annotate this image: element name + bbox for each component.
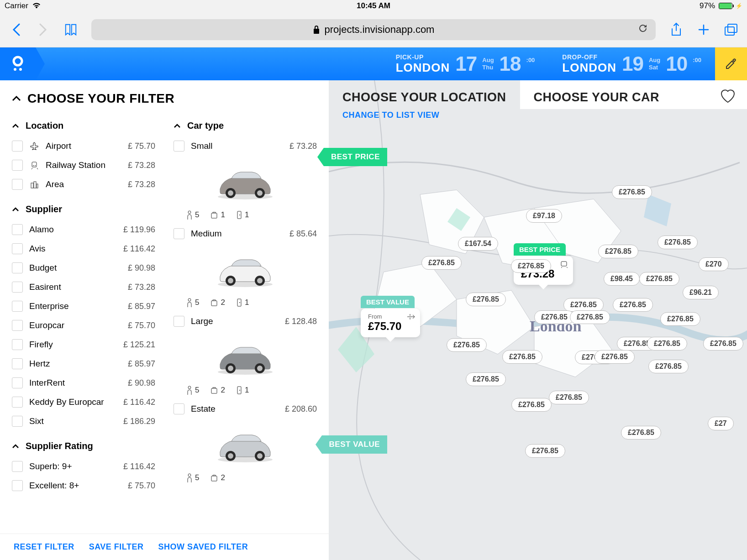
map-price-pin[interactable]: £276.85 [466,293,506,306]
section-supplier[interactable]: Supplier [12,204,155,215]
app-logo[interactable] [0,47,36,80]
charging-icon: ⚡ [736,3,742,9]
map-price-pin[interactable]: £276.85 [594,350,635,364]
section-cartype[interactable]: Car type [174,120,317,131]
checkbox[interactable] [174,403,184,414]
map-price-pin[interactable]: £276.85 [658,236,698,249]
filter-row-supplier[interactable]: Hertz£ 85.97 [12,354,155,373]
refresh-button[interactable] [637,23,648,37]
cartype-card[interactable]: Large£ 128.48 52 1 [174,312,317,399]
map-price-pin[interactable]: £276.85 [639,272,679,286]
map-price-pin[interactable]: £97.18 [526,209,562,223]
list-view-toggle[interactable]: CHANGE TO LIST VIEW [342,110,439,120]
filter-row-supplier[interactable]: Sixt£ 186.29 [12,412,155,431]
filter-row-supplier[interactable]: Budget£ 90.98 [12,258,155,277]
map-price-pin[interactable]: £276.85 [511,259,551,273]
filter-row-location[interactable]: Area£ 73.28 [12,175,155,194]
map-price-pin[interactable]: £276.85 [447,338,487,352]
filter-row-supplier[interactable]: InterRent£ 90.98 [12,373,155,393]
map-price-pin[interactable]: £270 [699,257,729,271]
checkbox[interactable] [12,243,23,254]
map-price-pin[interactable]: £98.45 [604,272,640,286]
map-price-pin[interactable]: £167.54 [458,237,498,251]
bookmarks-button[interactable] [64,23,78,37]
filter-row-location[interactable]: Airport£ 75.70 [12,136,155,156]
new-tab-button[interactable] [697,23,710,37]
filter-row-supplier[interactable]: Alamo£ 119.96 [12,220,155,239]
filter-label: Hertz [29,359,121,369]
filter-row-rating[interactable]: Superb: 9+£ 116.42 [12,457,155,476]
map-price-pin[interactable]: £276.85 [598,245,638,258]
map-pin-best-value[interactable]: BEST VALUE From £75.70 [361,309,420,337]
cartype-card[interactable]: Medium£ 85.64 52 1 [174,224,317,312]
map-price-pin[interactable]: £276.85 [621,426,661,440]
filter-row-supplier[interactable]: Keddy By Europcar£ 116.42 [12,393,155,412]
tab-choose-location[interactable]: CHOOSE YOUR LOCATION [329,80,520,109]
map-price-pin[interactable]: £276.85 [648,360,689,373]
map-price-pin[interactable]: £276.85 [660,312,700,326]
checkbox[interactable] [174,316,184,327]
filter-row-supplier[interactable]: Firefly£ 125.21 [12,335,155,354]
filter-label: Area [46,179,121,189]
map-area[interactable]: CHOOSE YOUR LOCATION CHOOSE YOUR CAR CHA… [329,80,747,560]
tabs-button[interactable] [724,23,738,37]
filter-header[interactable]: CHOOSE YOUR FILTER [0,80,329,110]
share-button[interactable] [669,23,683,37]
checkbox[interactable] [174,141,184,152]
filter-row-supplier[interactable]: Avis£ 116.42 [12,239,155,258]
map-price-pin[interactable]: £276.85 [647,337,687,351]
checkbox[interactable] [12,179,23,190]
checkbox[interactable] [12,339,23,350]
checkbox[interactable] [12,301,23,312]
save-filter-button[interactable]: SAVE FILTER [89,542,144,552]
back-button[interactable] [9,23,23,37]
map-price-pin[interactable]: £276.85 [466,372,506,386]
filter-row-supplier[interactable]: Enterprise£ 85.97 [12,297,155,316]
map-price-pin[interactable]: £276.85 [525,444,565,458]
checkbox[interactable] [12,141,23,152]
svg-point-31 [228,366,233,371]
show-saved-filter-button[interactable]: SHOW SAVED FILTER [158,542,248,552]
map-price-pin[interactable]: £276.85 [613,298,653,312]
map-price-pin[interactable]: £276.85 [563,298,604,312]
filter-row-rating[interactable]: Excellent: 8+£ 75.70 [12,476,155,495]
url-bar[interactable]: projects.invisionapp.com [91,19,656,40]
checkbox[interactable] [12,416,23,427]
map-price-pin[interactable]: £276.85 [612,185,652,199]
checkbox[interactable] [12,358,23,369]
svg-rect-46 [561,262,567,266]
checkbox[interactable] [12,397,23,408]
checkbox[interactable] [12,461,23,472]
map-price-pin[interactable]: £276.85 [502,350,542,364]
checkbox[interactable] [12,224,23,235]
favorites-button[interactable] [720,89,736,105]
checkbox[interactable] [174,228,184,239]
edit-search-button[interactable] [715,47,747,80]
tab-choose-car[interactable]: CHOOSE YOUR CAR [520,80,747,109]
filter-row-supplier[interactable]: Easirent£ 73.28 [12,277,155,297]
cartype-card[interactable]: Small£ 73.28 51 1 [174,136,317,224]
map-price-pin[interactable]: £276.85 [534,310,574,324]
map-price-pin[interactable]: £276.85 [511,398,552,412]
map-price-pin[interactable]: £276.85 [549,391,589,404]
filter-price: £ 90.98 [128,378,155,388]
section-location[interactable]: Location [12,120,155,131]
airplane-icon [29,142,39,150]
map-price-pin[interactable]: £276.85 [570,310,610,324]
checkbox[interactable] [12,282,23,293]
section-rating[interactable]: Supplier Rating [12,441,155,451]
checkbox[interactable] [12,480,23,491]
checkbox[interactable] [12,320,23,331]
forward-button[interactable] [37,23,50,37]
map-price-pin[interactable]: £276.85 [421,256,462,270]
map-price-pin[interactable]: £96.21 [683,286,719,299]
checkbox[interactable] [12,377,23,388]
filter-row-location[interactable]: Railway Station£ 73.28 [12,156,155,175]
reset-filter-button[interactable]: RESET FILTER [14,542,74,552]
map-price-pin[interactable]: £27 [708,417,734,430]
cartype-card[interactable]: Estate£ 208.60 52 [174,399,317,487]
map-price-pin[interactable]: £276.85 [703,337,743,351]
checkbox[interactable] [12,160,23,171]
filter-row-supplier[interactable]: Europcar£ 75.70 [12,316,155,335]
checkbox[interactable] [12,262,23,273]
